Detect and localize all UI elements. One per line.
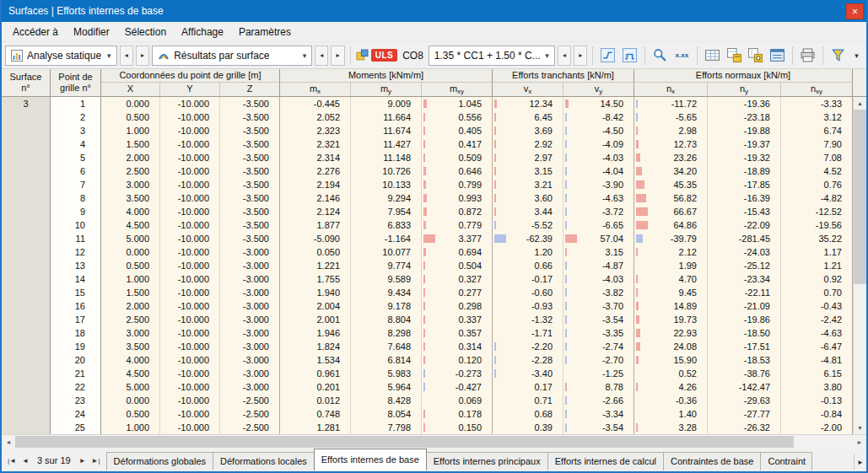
table-row[interactable]: 73.000-10.000-3.5002.19410.1330.7993.21-… — [51, 178, 853, 191]
vertical-scroll-track[interactable] — [854, 110, 866, 422]
analysis-next-button[interactable]: ▸ — [136, 46, 149, 66]
column-header-z[interactable]: Z — [220, 83, 280, 96]
next-surface-button[interactable]: ► — [77, 455, 89, 466]
first-surface-button[interactable]: |◄ — [5, 455, 19, 466]
decimal-places-button[interactable]: x.xx — [672, 46, 692, 66]
table-row[interactable]: 251.000-10.000-2.5001.2817.7980.1500.39-… — [51, 421, 853, 434]
vertical-scroll-thumb[interactable] — [854, 110, 866, 284]
tab-efforts-internes-principaux[interactable]: Efforts internes principaux — [426, 452, 548, 470]
horizontal-scroll-track[interactable] — [15, 435, 853, 449]
menu-item-s-lection[interactable]: Sélection — [117, 24, 174, 40]
vertical-scrollbar[interactable]: ▲ ▼ — [853, 97, 866, 434]
table-row[interactable]: 141.000-10.000-3.0001.7559.5890.327-0.17… — [51, 272, 853, 286]
column-header-mxy[interactable]: mxy — [422, 83, 493, 96]
analysis-type-dropdown[interactable]: Analyse statique ▾ — [5, 46, 117, 66]
result-panel-button[interactable] — [768, 46, 787, 66]
table-grid-button[interactable] — [703, 46, 722, 66]
column-header-vx[interactable]: vx — [493, 83, 563, 96]
combination-next-button[interactable]: ▸ — [574, 46, 587, 66]
table-row[interactable]: 62.500-10.000-3.5002.27610.7260.6463.15-… — [51, 164, 853, 178]
menu-item-acc-der[interactable]: Accéder à — [5, 24, 66, 40]
last-surface-button[interactable]: ►| — [89, 455, 103, 466]
horizontal-scroll-thumb[interactable] — [15, 436, 794, 448]
table-calculator-button-2[interactable] — [746, 46, 765, 66]
tab-scroll-right-button[interactable]: ► — [854, 454, 866, 470]
combination-dropdown[interactable]: 1.35 * CC1 + 1.50 * C... ▾ — [429, 46, 555, 66]
result-diagram-button-2[interactable] — [620, 46, 639, 66]
analysis-prev-button[interactable]: ◂ — [120, 46, 133, 66]
tab-efforts-internes-de-calcul[interactable]: Efforts internes de calcul — [547, 452, 664, 470]
value-cell: 5.000 — [101, 380, 160, 394]
table-row[interactable]: 41.500-10.000-3.5002.32111.4270.4172.92-… — [51, 137, 853, 151]
column-header-ny[interactable]: ny — [708, 83, 781, 96]
table-row[interactable]: 162.000-10.000-3.0002.0049.1780.298-0.93… — [51, 299, 853, 313]
table-row[interactable]: 230.000-10.000-2.5000.0128.4280.0690.71-… — [51, 394, 853, 407]
table-row[interactable]: 94.000-10.000-3.5002.1247.9540.8723.44-3… — [51, 205, 853, 218]
value-cell: -3.000 — [220, 286, 280, 299]
results-next-button[interactable]: ▸ — [331, 46, 344, 66]
table-row[interactable]: 20.500-10.000-3.5002.05211.6640.5566.45-… — [51, 110, 853, 124]
table-row[interactable]: 204.000-10.000-3.0001.5346.8140.120-2.28… — [51, 353, 853, 367]
table-row[interactable]: 151.500-10.000-3.0001.9409.4340.277-0.60… — [51, 286, 853, 299]
table-row[interactable]: 52.000-10.000-3.5002.31411.1480.5092.97-… — [51, 151, 853, 164]
result-diagram-button-1[interactable] — [598, 46, 617, 66]
close-button[interactable]: × — [846, 3, 864, 19]
column-header-my[interactable]: my — [351, 83, 422, 96]
grid-point-number: 6 — [51, 164, 101, 178]
toolbar-overflow-button[interactable]: ▾ — [850, 46, 863, 66]
design-situation-badge: ULS — [371, 49, 398, 62]
value-cell: -3.54 — [563, 313, 634, 326]
column-header-nx[interactable]: nx — [634, 83, 708, 96]
value-cell: 7.798 — [351, 421, 422, 434]
previous-surface-button[interactable]: ◄ — [19, 455, 31, 466]
table-row[interactable]: 120.000-10.000-3.0000.05010.0770.6941.20… — [51, 245, 853, 259]
table-row[interactable]: 240.500-10.000-2.5000.7488.0540.1780.68-… — [51, 407, 853, 421]
toolbar-separator — [350, 46, 351, 65]
table-row[interactable]: 31.000-10.000-3.5002.32311.6740.4053.69-… — [51, 124, 853, 137]
menu-item-affichage[interactable]: Affichage — [174, 24, 231, 40]
column-header-x[interactable]: X — [101, 83, 160, 96]
surface-column-header[interactable]: Surface n° — [2, 69, 51, 96]
results-prev-button[interactable]: ◂ — [315, 46, 328, 66]
table-row[interactable]: 193.500-10.000-3.0001.8247.6480.314-2.20… — [51, 340, 853, 353]
horizontal-scrollbar[interactable]: ◄ ► — [2, 434, 866, 449]
column-header-vy[interactable]: vy — [563, 83, 634, 96]
point-column-header[interactable]: Point de grille n° — [51, 69, 101, 96]
table-row[interactable]: 104.500-10.000-3.5001.8776.8330.779-5.52… — [51, 218, 853, 232]
tab-d-formations-globales[interactable]: Déformations globales — [106, 452, 213, 470]
magnitude-bar — [565, 383, 567, 391]
menu-item-modifier[interactable]: Modifier — [66, 24, 117, 40]
table-row[interactable]: 115.000-10.000-3.500-5.090-1.1643.377-62… — [51, 232, 853, 245]
tab-contraintes-de-base[interactable]: Contraintes de base — [663, 452, 761, 470]
table-row[interactable]: 172.500-10.000-3.0002.0018.8040.337-1.32… — [51, 313, 853, 326]
tab-d-formations-locales[interactable]: Déformations locales — [213, 452, 315, 470]
filter-results-button[interactable] — [828, 46, 848, 66]
value-cell: 66.67 — [634, 205, 708, 218]
print-button[interactable] — [798, 46, 817, 66]
value-cell: 2.000 — [101, 299, 160, 313]
combination-prev-button[interactable]: ◂ — [558, 46, 571, 66]
scroll-down-button[interactable]: ▼ — [854, 422, 866, 434]
table-row[interactable]: 225.000-10.000-3.0000.2015.964-0.4270.17… — [51, 380, 853, 394]
scroll-right-button[interactable]: ► — [853, 435, 866, 449]
show-result-values-button[interactable] — [650, 46, 670, 66]
table-row[interactable]: 10.000-10.000-3.500-0.4459.0091.04512.34… — [51, 97, 853, 110]
scroll-left-button[interactable]: ◄ — [2, 435, 15, 449]
table-row[interactable]: 183.000-10.000-3.0001.9468.2980.357-1.71… — [51, 326, 853, 340]
header-filler — [853, 69, 866, 96]
magnitude-bar — [494, 153, 496, 162]
tab-efforts-internes-de-base[interactable]: Efforts internes de base — [314, 449, 427, 470]
table-row[interactable]: 130.500-10.000-3.0001.2219.7740.5040.66-… — [51, 259, 853, 272]
column-header-nxy[interactable]: nxy — [781, 83, 853, 96]
table-row[interactable]: 83.500-10.000-3.5002.1469.2940.9933.60-4… — [51, 191, 853, 205]
menu-item-param-tres[interactable]: Paramètres — [231, 24, 299, 40]
tab-contraint[interactable]: Contraint — [760, 452, 812, 470]
value-cell: 3.80 — [781, 380, 853, 394]
table-calculator-button-1[interactable] — [725, 46, 744, 66]
value-cell: 1.000 — [101, 124, 160, 137]
scroll-up-button[interactable]: ▲ — [854, 97, 866, 110]
results-dropdown[interactable]: Résultats par surface ▾ — [152, 46, 312, 66]
column-header-mx[interactable]: mx — [280, 83, 351, 96]
table-row[interactable]: 214.500-10.000-3.0000.9615.983-0.273-3.4… — [51, 367, 853, 380]
column-header-y[interactable]: Y — [160, 83, 220, 96]
